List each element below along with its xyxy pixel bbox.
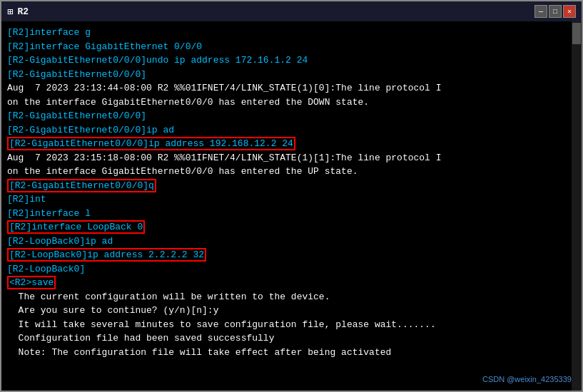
terminal-line: It will take several minutes to save con… xyxy=(7,318,576,332)
terminal-line: [R2-LoopBack0]ip ad xyxy=(7,234,576,249)
terminal-line: Note: The configuration file will take e… xyxy=(7,346,576,360)
close-button[interactable]: ✕ xyxy=(563,5,576,18)
terminal-line: [R2-LoopBack0] xyxy=(7,262,576,277)
terminal-line: [R2-GigabitEthernet0/0/0] xyxy=(7,68,576,82)
watermark: CSDN @weixin_42353399 xyxy=(482,373,576,386)
main-window: ⊞ R2 — □ ✕ [R2]interface g[R2]interface … xyxy=(0,0,583,392)
terminal-line: [R2-GigabitEthernet0/0/0]ip ad xyxy=(7,123,576,138)
title-bar: ⊞ R2 — □ ✕ xyxy=(1,1,582,21)
terminal-line: [R2-GigabitEthernet0/0/0]ip address 192.… xyxy=(7,137,576,151)
terminal-line: [R2]interface g xyxy=(7,26,576,40)
terminal-line: [R2-GigabitEthernet0/0/0]q xyxy=(7,179,576,193)
terminal-line: [R2-LoopBack0]ip address 2.2.2.2 32 xyxy=(7,248,576,262)
maximize-button[interactable]: □ xyxy=(549,5,562,18)
terminal-line: Are you sure to continue? (y/n)[n]:y xyxy=(7,304,576,318)
terminal-line: on the interface GigabitEthernet0/0/0 ha… xyxy=(7,96,576,110)
title-bar-controls: — □ ✕ xyxy=(534,5,576,18)
terminal-line: [R2]interface LoopBack 0 xyxy=(7,220,576,234)
terminal-line: Aug 7 2023 23:13:44-08:00 R2 %%01IFNET/4… xyxy=(7,81,576,96)
window-icon: ⊞ xyxy=(7,6,13,18)
title-bar-left: ⊞ R2 xyxy=(7,6,29,18)
terminal-line: [R2]interface GigabitEthernet 0/0/0 xyxy=(7,40,576,54)
terminal-line: Configuration file had been saved succes… xyxy=(7,331,576,346)
terminal-area[interactable]: [R2]interface g[R2]interface GigabitEthe… xyxy=(1,21,582,391)
terminal-line: The current configuration will be writte… xyxy=(7,290,576,304)
scrollbar[interactable] xyxy=(572,21,582,391)
terminal-line: [R2]int xyxy=(7,192,576,207)
window-title: R2 xyxy=(17,6,29,17)
minimize-button[interactable]: — xyxy=(534,5,547,18)
scrollbar-thumb[interactable] xyxy=(572,23,581,44)
terminal-line: <R2>save xyxy=(7,276,576,290)
terminal-line: Aug 7 2023 23:15:18-08:00 R2 %%01IFNET/4… xyxy=(7,151,576,165)
terminal-line: [R2-GigabitEthernet0/0/0]undo ip address… xyxy=(7,53,576,68)
terminal-line: [R2]interface l xyxy=(7,207,576,221)
terminal-line: [R2-GigabitEthernet0/0/0] xyxy=(7,109,576,123)
terminal-line: on the interface GigabitEthernet0/0/0 ha… xyxy=(7,165,576,179)
